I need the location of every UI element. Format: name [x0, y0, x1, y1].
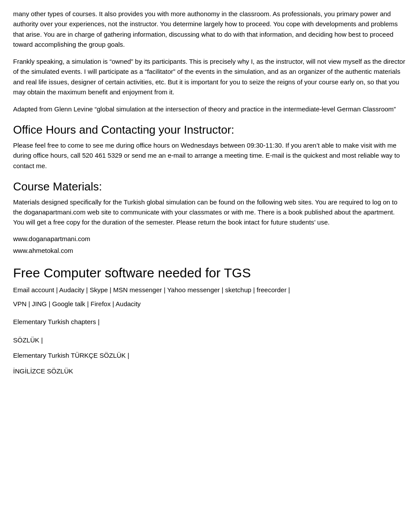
link-1: www.doganapartmani.com	[13, 234, 406, 244]
paragraph-2-text: Frankly speaking, a simulation is “owned…	[13, 56, 406, 97]
office-hours-heading: Office Hours and Contacting your Instruc…	[13, 123, 406, 138]
paragraph-2: Frankly speaking, a simulation is “owned…	[13, 56, 406, 97]
sozluk-line1: SÖZLÜK |	[13, 335, 406, 346]
office-hours-section: Office Hours and Contacting your Instruc…	[13, 123, 406, 171]
paragraph-3-text: Adapted from Glenn Levine “global simula…	[13, 104, 406, 114]
page-content: many other types of courses. It also pro…	[13, 9, 406, 377]
paragraph-1-text: many other types of courses. It also pro…	[13, 9, 406, 49]
links-section: www.doganapartmani.com www.ahmetokal.com	[13, 234, 406, 256]
software-list-line1: Email account | Audacity | Skype | MSN m…	[13, 285, 406, 295]
course-materials-heading: Course Materials:	[13, 180, 406, 194]
link-2: www.ahmetokal.com	[13, 246, 406, 256]
course-materials-section: Course Materials: Materials designed spe…	[13, 180, 406, 228]
course-materials-text: Materials designed specifically for the …	[13, 197, 406, 228]
turkish-chapters-section: Elementary Turkish chapters |	[13, 316, 406, 328]
office-hours-text: Please feel free to come to see me durin…	[13, 140, 406, 171]
sozluk-line2: Elementary Turkish TÜRKÇE SÖZLÜK |	[13, 350, 406, 361]
turkish-chapters-label: Elementary Turkish chapters |	[13, 316, 406, 328]
paragraph-3: Adapted from Glenn Levine “global simula…	[13, 104, 406, 114]
free-software-section: Free Computer software needed for TGS Em…	[13, 264, 406, 309]
free-software-heading: Free Computer software needed for TGS	[13, 264, 406, 281]
sozluk-line3: İNGİLİZCE SÖZLÜK	[13, 366, 406, 377]
paragraph-1: many other types of courses. It also pro…	[13, 9, 406, 49]
sozluk-section: SÖZLÜK | Elementary Turkish TÜRKÇE SÖZLÜ…	[13, 335, 406, 377]
software-list-line2: VPN | JING | Google talk | Firefox | Aud…	[13, 299, 406, 309]
